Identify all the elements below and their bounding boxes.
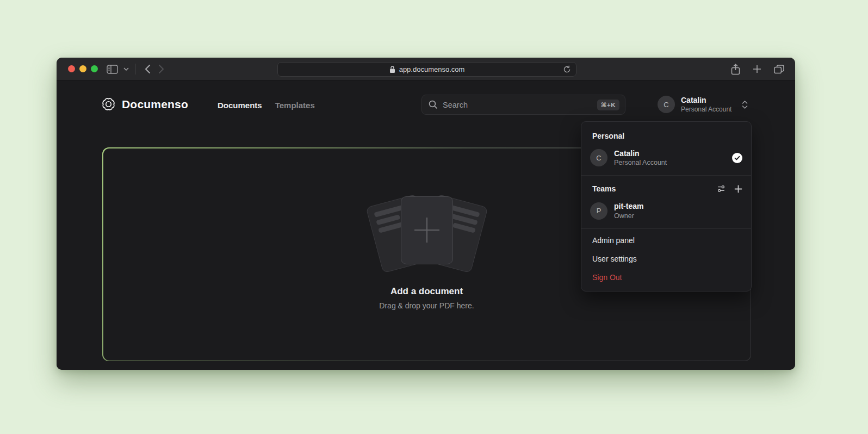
personal-subtitle: Personal Account	[614, 158, 667, 167]
empty-state-subtitle: Drag & drop your PDF here.	[103, 301, 751, 310]
account-subtitle: Personal Account	[681, 106, 731, 114]
menu-item-team-pit-team[interactable]: P pit-team Owner	[581, 196, 751, 226]
personal-name: Catalin	[614, 148, 667, 158]
documenso-logo-icon	[101, 97, 116, 111]
brand[interactable]: Documenso	[101, 97, 188, 111]
menu-item-sign-out[interactable]: Sign Out	[581, 268, 751, 287]
search-shortcut-badge: ⌘+K	[597, 100, 619, 110]
sidebar-toggle-icon[interactable]	[107, 65, 118, 74]
team-name: pit-team	[614, 201, 643, 211]
team-role: Owner	[614, 212, 643, 220]
menu-divider	[581, 228, 751, 229]
stack-card-center	[401, 196, 453, 264]
app-page: Documenso Documents Templates Search ⌘+K…	[57, 81, 795, 370]
nav-documents[interactable]: Documents	[218, 101, 262, 110]
manage-teams-icon[interactable]	[717, 184, 726, 193]
personal-section-label: Personal	[581, 125, 751, 144]
browser-window: app.documenso.com	[57, 58, 795, 370]
menu-divider	[581, 175, 751, 176]
fullscreen-window-button[interactable]	[91, 65, 98, 72]
add-team-icon[interactable]	[734, 185, 742, 193]
personal-avatar: C	[590, 149, 607, 166]
menu-item-user-settings[interactable]: User settings	[581, 250, 751, 268]
team-avatar: P	[590, 202, 607, 220]
account-menu: Personal C Catalin Personal Account Team…	[581, 121, 752, 292]
menu-item-admin-panel[interactable]: Admin panel	[581, 231, 751, 250]
address-bar[interactable]: app.documenso.com	[277, 62, 576, 77]
window-controls	[68, 65, 98, 72]
close-window-button[interactable]	[68, 65, 75, 72]
new-tab-icon[interactable]	[753, 65, 761, 73]
teams-section-label: Teams	[592, 184, 717, 193]
brand-name: Documenso	[122, 98, 188, 111]
lock-icon	[389, 66, 395, 73]
address-bar-url: app.documenso.com	[399, 65, 465, 73]
browser-toolbar: app.documenso.com	[57, 58, 795, 80]
account-chip[interactable]: C Catalin Personal Account	[658, 96, 748, 114]
sidebar-chevron-down-icon[interactable]	[123, 67, 129, 71]
chevrons-up-down-icon	[742, 100, 748, 109]
search-icon	[429, 100, 438, 109]
account-avatar: C	[658, 96, 675, 113]
search-placeholder: Search	[443, 101, 592, 109]
check-circle-icon	[732, 153, 742, 163]
minimize-window-button[interactable]	[79, 65, 86, 72]
share-icon[interactable]	[731, 64, 740, 75]
toolbar-divider	[135, 64, 136, 75]
menu-item-personal-account[interactable]: C Catalin Personal Account	[581, 144, 751, 173]
nav-templates[interactable]: Templates	[275, 101, 315, 110]
search-input[interactable]: Search ⌘+K	[421, 95, 625, 115]
back-button[interactable]	[145, 64, 151, 74]
forward-button[interactable]	[158, 64, 164, 74]
account-name: Catalin	[681, 96, 731, 106]
plus-icon	[414, 218, 439, 243]
reload-icon[interactable]	[563, 65, 571, 73]
main-nav: Documents Templates	[218, 101, 315, 110]
tab-overview-icon[interactable]	[774, 65, 784, 74]
